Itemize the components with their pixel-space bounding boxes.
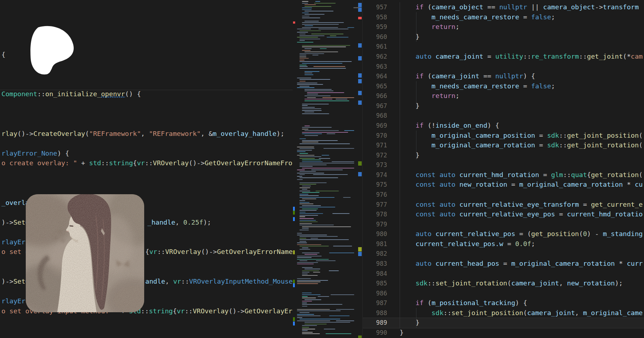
minimap-line bbox=[313, 174, 348, 175]
minimap-line bbox=[302, 248, 308, 248]
minimap-line bbox=[299, 191, 310, 191]
minimap-line bbox=[299, 236, 338, 237]
minimap-line bbox=[304, 21, 319, 21]
minimap-line bbox=[331, 294, 354, 295]
minimap-line bbox=[297, 278, 311, 279]
minimap-line bbox=[304, 95, 331, 96]
minimap-line bbox=[299, 184, 316, 185]
minimap-line bbox=[297, 235, 327, 235]
minimap[interactable] bbox=[293, 0, 358, 338]
code-line bbox=[400, 41, 644, 52]
minimap-line bbox=[299, 187, 310, 188]
line-number: 972 bbox=[363, 150, 387, 160]
minimap-line bbox=[316, 191, 339, 191]
minimap-line bbox=[336, 309, 354, 310]
minimap-line bbox=[297, 179, 303, 180]
minimap-line bbox=[299, 210, 317, 211]
minimap-line bbox=[304, 126, 310, 126]
minimap-line bbox=[302, 189, 307, 190]
line-number: 960 bbox=[363, 32, 387, 42]
line-number: 966 bbox=[363, 91, 387, 101]
code-line: current_relative_pos.w = 0.0f; bbox=[400, 239, 644, 249]
code-line: if (camera_joint == nullptr) { bbox=[400, 71, 644, 81]
code-line: rlayError_None) { bbox=[0, 148, 293, 158]
minimap-line bbox=[302, 296, 308, 297]
minimap-line bbox=[299, 260, 307, 261]
minimap-line bbox=[302, 50, 311, 51]
code-line: } bbox=[400, 328, 644, 338]
minimap-line bbox=[299, 177, 338, 178]
minimap-gutter-marker bbox=[293, 250, 295, 254]
minimap-line bbox=[299, 225, 334, 225]
minimap-line bbox=[302, 253, 319, 253]
code-line: if (camera_object == nullptr || camera_o… bbox=[400, 2, 644, 12]
minimap-line bbox=[304, 322, 350, 323]
minimap-line bbox=[302, 104, 329, 104]
minimap-line bbox=[336, 320, 354, 321]
minimap-line bbox=[312, 55, 318, 55]
code-line bbox=[400, 219, 644, 229]
minimap-line bbox=[302, 13, 309, 13]
minimap-line bbox=[302, 330, 308, 331]
minimap-line bbox=[299, 174, 305, 175]
minimap-line bbox=[297, 83, 317, 83]
minimap-line bbox=[302, 16, 309, 16]
minimap-line bbox=[327, 37, 348, 38]
minimap-line bbox=[304, 71, 319, 72]
minimap-line bbox=[297, 173, 324, 173]
minimap-line bbox=[299, 202, 309, 203]
minimap-line bbox=[304, 254, 317, 255]
code-line bbox=[400, 111, 644, 121]
minimap-line bbox=[297, 315, 321, 316]
minimap-line bbox=[299, 61, 352, 62]
ruler-marker bbox=[358, 17, 362, 19]
minimap-line bbox=[302, 304, 342, 305]
code-line: o create overlay: " + std::string{vr::VR… bbox=[0, 158, 293, 168]
minimap-line bbox=[304, 99, 332, 99]
minimap-line bbox=[326, 333, 351, 334]
minimap-line bbox=[332, 213, 350, 214]
minimap-line bbox=[302, 27, 338, 28]
code-line: return; bbox=[400, 22, 644, 32]
minimap-line bbox=[318, 296, 329, 297]
ruler-marker bbox=[358, 247, 362, 251]
line-number: 958 bbox=[363, 12, 387, 22]
minimap-line bbox=[299, 312, 309, 313]
minimap-line bbox=[302, 293, 312, 293]
overview-ruler[interactable] bbox=[358, 0, 362, 338]
minimap-line bbox=[299, 138, 306, 139]
minimap-line bbox=[297, 257, 312, 258]
minimap-line bbox=[297, 244, 321, 245]
line-number: 973 bbox=[363, 160, 387, 170]
minimap-line bbox=[302, 46, 346, 47]
code-line: const auto new_rotation = m_original_cam… bbox=[400, 180, 644, 190]
code-line: if (!inside_on_end) { bbox=[400, 121, 644, 131]
right-editor-pane[interactable]: 9579589599609619629639649659669679689699… bbox=[363, 0, 644, 338]
code-line: } bbox=[400, 318, 644, 328]
minimap-line bbox=[302, 301, 312, 302]
minimap-line bbox=[297, 283, 318, 284]
minimap-gutter-marker bbox=[293, 211, 295, 215]
minimap-line bbox=[302, 186, 311, 186]
minimap-line bbox=[299, 216, 305, 217]
minimap-line bbox=[297, 256, 322, 256]
ruler-marker bbox=[358, 79, 362, 83]
minimap-line bbox=[313, 66, 345, 67]
minimap-line bbox=[302, 140, 338, 141]
minimap-line bbox=[299, 158, 315, 159]
minimap-line bbox=[304, 11, 333, 11]
line-number: 967 bbox=[363, 101, 387, 111]
indent-guide bbox=[400, 2, 400, 328]
line-number: 984 bbox=[363, 269, 387, 279]
minimap-line bbox=[304, 25, 313, 26]
minimap-line bbox=[314, 3, 336, 4]
line-number: 965 bbox=[363, 81, 387, 91]
minimap-line bbox=[304, 73, 312, 73]
line-number: 987 bbox=[363, 298, 387, 308]
code-line bbox=[400, 249, 644, 259]
minimap-line bbox=[297, 262, 318, 263]
minimap-line bbox=[304, 52, 338, 52]
avatar-image bbox=[26, 194, 144, 312]
minimap-line bbox=[297, 42, 313, 43]
minimap-line bbox=[297, 147, 314, 147]
